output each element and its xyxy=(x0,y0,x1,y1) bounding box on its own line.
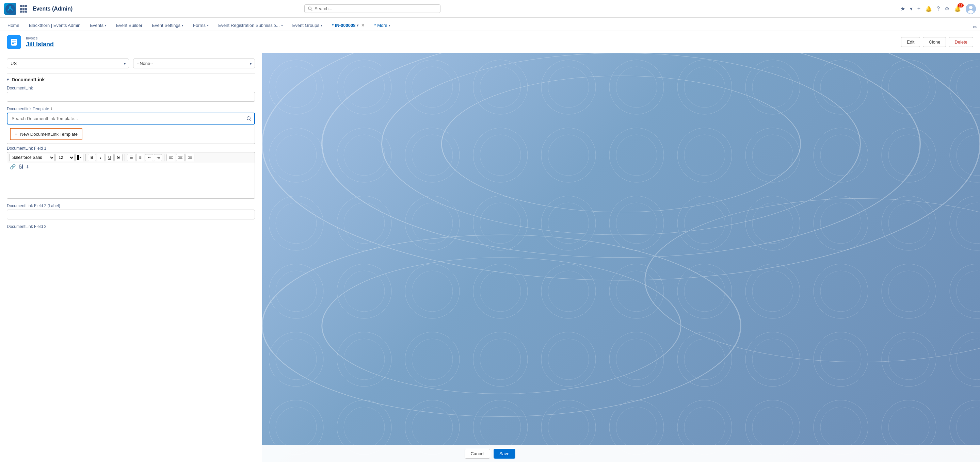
help-icon[interactable]: ? xyxy=(937,6,940,12)
template-search-input[interactable] xyxy=(8,113,247,124)
font-size-select[interactable]: 12 xyxy=(56,154,75,161)
align-left-button[interactable] xyxy=(167,154,175,161)
svg-point-24 xyxy=(382,53,861,235)
image-icon[interactable]: 🖼 xyxy=(18,164,23,170)
documentlink-field2-label-group: DocumentLink Field 2 (Label) xyxy=(7,203,255,219)
font-family-select[interactable]: Salesforce Sans xyxy=(9,154,55,161)
link-icon[interactable]: 🔗 xyxy=(10,164,16,170)
documentlink-field2-group: DocumentLink Field 2 xyxy=(7,224,255,230)
record-info: Invoice Jill Island xyxy=(26,36,54,48)
tab-event-registration-label: Event Registration Submissio... xyxy=(218,23,280,28)
font-size-select-wrap[interactable]: 12 ▾ xyxy=(56,154,75,161)
documentlink-section: ▾ DocumentLink DocumentLink https://docu… xyxy=(7,73,255,230)
underline-button[interactable]: U xyxy=(105,154,114,161)
tab-event-registration[interactable]: Event Registration Submissio... ▾ xyxy=(213,20,288,31)
documentlink-template-group: Documentlink Template ℹ + New DocumentLi… xyxy=(7,106,255,144)
star-icon[interactable]: ★ xyxy=(900,5,905,12)
tab-more[interactable]: Cancel * More ▾ xyxy=(369,20,395,31)
background-pattern-svg xyxy=(262,53,980,462)
svg-line-3 xyxy=(311,9,312,11)
tab-more-text: * More xyxy=(374,23,387,28)
italic-button[interactable]: I xyxy=(97,154,105,161)
add-icon[interactable]: + xyxy=(917,6,920,12)
documentlink-field1-label: DocumentLink Field 1 xyxy=(7,146,255,151)
cancel-button[interactable]: Cancel xyxy=(465,449,490,459)
none-field-group: --None-- ▾ xyxy=(133,59,255,68)
svg-line-12 xyxy=(250,119,251,121)
color-picker-button[interactable]: ▾ xyxy=(75,154,83,161)
feed-icon[interactable]: 🔔 xyxy=(925,5,932,12)
section-collapse-icon[interactable]: ▾ xyxy=(7,77,9,82)
avatar[interactable] xyxy=(966,4,976,14)
country-select[interactable]: US xyxy=(7,59,129,68)
documentlink-template-label: Documentlink Template ℹ xyxy=(7,106,255,111)
footer-bar: Cancel Save xyxy=(0,445,980,462)
documentlink-field2-label-input[interactable] xyxy=(7,210,255,219)
tab-forms-label: Forms xyxy=(193,23,205,28)
documentlink-url-label: DocumentLink xyxy=(7,86,255,90)
save-button[interactable]: Save xyxy=(493,449,515,459)
tab-event-settings[interactable]: Event Settings ▾ xyxy=(147,20,188,31)
info-icon[interactable]: ℹ xyxy=(51,107,52,111)
indent-increase-button[interactable]: ⇥ xyxy=(154,154,162,161)
chevron-down-small-icon[interactable]: ▾ xyxy=(910,5,913,12)
tab-event-builder[interactable]: Event Builder xyxy=(111,20,147,31)
documentlink-url-input[interactable]: https://documentlink.blackthorn.io/H0uXl… xyxy=(7,92,255,102)
tab-event-groups-chevron: ▾ xyxy=(321,24,322,27)
app-switcher-icon[interactable] xyxy=(20,5,27,13)
tab-in-000008-close[interactable]: ✕ xyxy=(361,23,364,28)
ordered-list-button[interactable]: ≡ xyxy=(136,154,144,161)
new-template-button[interactable]: + New DocumentLink Template xyxy=(10,128,83,140)
main-content: US ▾ --None-- ▾ ▾ DocumentLink xyxy=(0,53,980,462)
notifications-badge-wrap[interactable]: 🔔 12 xyxy=(954,5,961,12)
clone-button[interactable]: Clone xyxy=(923,37,946,47)
search-input[interactable] xyxy=(315,6,437,11)
strikethrough-button[interactable]: S xyxy=(115,154,123,161)
tab-event-groups[interactable]: Event Groups ▾ xyxy=(288,20,328,31)
record-header: Invoice Jill Island Edit Clone Delete xyxy=(0,31,980,53)
tab-event-registration-chevron: ▾ xyxy=(281,24,283,27)
rich-text-icon-bar: 🔗 🖼 T̶ xyxy=(7,163,255,171)
svg-point-23 xyxy=(322,53,920,257)
search-bar[interactable] xyxy=(304,5,441,13)
delete-button[interactable]: Delete xyxy=(949,37,973,47)
tab-event-settings-chevron: ▾ xyxy=(182,24,183,27)
none-select[interactable]: --None-- xyxy=(133,59,255,68)
section-title: DocumentLink xyxy=(11,77,45,83)
align-right-button[interactable] xyxy=(186,154,194,161)
tab-event-groups-label: Event Groups xyxy=(293,23,320,28)
pencil-icon[interactable]: ✏ xyxy=(973,24,977,31)
rich-text-area-wrap: 🔗 🖼 T̶ xyxy=(7,163,255,199)
tab-events[interactable]: Events ▾ xyxy=(85,20,111,31)
clear-format-icon[interactable]: T̶ xyxy=(26,164,29,170)
settings-icon[interactable]: ⚙ xyxy=(945,5,949,12)
edit-button[interactable]: Edit xyxy=(901,37,920,47)
tab-forms[interactable]: Forms ▾ xyxy=(188,20,213,31)
form-panel: US ▾ --None-- ▾ ▾ DocumentLink xyxy=(0,53,262,462)
tab-forms-chevron: ▾ xyxy=(207,24,208,27)
template-search-wrap[interactable] xyxy=(7,113,255,124)
svg-point-25 xyxy=(441,76,800,212)
indent-decrease-button[interactable]: ⇤ xyxy=(145,154,153,161)
toolbar-separator-2 xyxy=(124,154,125,161)
country-select-wrap[interactable]: US ▾ xyxy=(7,59,129,68)
svg-point-26 xyxy=(262,235,741,416)
documentlink-field2-label-text: DocumentLink Field 2 (Label) xyxy=(7,203,255,208)
tab-in-000008-chevron: ▾ xyxy=(357,24,358,27)
bold-button[interactable]: B xyxy=(88,154,96,161)
tab-in-000008[interactable]: * IN-000008 ▾ ✕ xyxy=(327,20,369,31)
unordered-list-button[interactable]: ☰ xyxy=(127,154,135,161)
template-dropdown: + New DocumentLink Template xyxy=(7,124,255,144)
plus-icon: + xyxy=(14,131,18,137)
tab-event-settings-label: Event Settings xyxy=(152,23,180,28)
tab-blackthorn-events-admin[interactable]: Blackthorn | Events Admin xyxy=(24,20,86,31)
none-select-wrap[interactable]: --None-- ▾ xyxy=(133,59,255,68)
app-name: Events (Admin) xyxy=(33,6,73,12)
tab-event-builder-label: Event Builder xyxy=(116,23,142,28)
section-header: ▾ DocumentLink xyxy=(7,73,255,86)
font-family-select-wrap[interactable]: Salesforce Sans ▾ xyxy=(9,154,55,161)
tab-home[interactable]: Home xyxy=(3,20,24,31)
rich-text-body[interactable] xyxy=(7,171,255,198)
record-name[interactable]: Jill Island xyxy=(26,41,54,48)
align-center-button[interactable] xyxy=(176,154,185,161)
